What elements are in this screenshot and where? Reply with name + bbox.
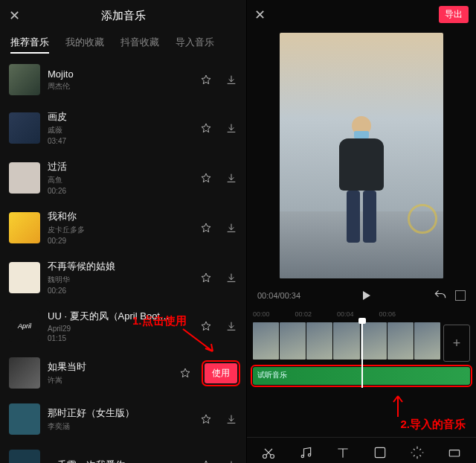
preview-area xyxy=(247,29,476,282)
svg-rect-5 xyxy=(449,450,459,456)
track-meta: UU · 夏天的风（April Boot…April2901:15 xyxy=(48,310,200,342)
track-cover xyxy=(9,403,40,435)
fullscreen-icon[interactable] xyxy=(455,290,466,301)
track-cover: April xyxy=(9,310,40,342)
video-clip[interactable] xyxy=(253,322,440,360)
download-icon[interactable] xyxy=(225,74,237,86)
download-icon[interactable] xyxy=(225,272,237,284)
tab-recommended[interactable]: 推荐音乐 xyxy=(10,36,49,54)
track-meta: 过活高鱼00:26 xyxy=(48,160,200,195)
download-icon[interactable] xyxy=(225,222,237,234)
track-artist: 戚薇 xyxy=(48,125,200,135)
timeline[interactable]: + 试听音乐 xyxy=(247,319,476,388)
undo-icon[interactable] xyxy=(433,288,448,303)
tab-douyin-fav[interactable]: 抖音收藏 xyxy=(120,36,159,54)
track-cover xyxy=(9,357,40,389)
download-icon[interactable] xyxy=(225,459,237,463)
download-icon[interactable] xyxy=(225,320,237,332)
music-icon[interactable] xyxy=(298,445,313,460)
track-cover xyxy=(9,212,40,243)
track-cover xyxy=(9,262,40,293)
cut-icon[interactable] xyxy=(261,445,276,460)
music-tabs: 推荐音乐 我的收藏 抖音收藏 导入音乐 xyxy=(0,31,246,57)
playhead[interactable] xyxy=(361,319,363,388)
track-row[interactable]: 过活高鱼00:26 xyxy=(0,153,246,202)
tab-import[interactable]: 导入音乐 xyxy=(176,36,214,54)
track-title: Mojito xyxy=(48,68,200,80)
add-clip-button[interactable]: + xyxy=(443,325,470,362)
svg-rect-4 xyxy=(375,447,385,457)
editor-header: ✕ 导出 xyxy=(247,0,476,29)
download-icon[interactable] xyxy=(225,413,237,425)
music-panel: ✕ 添加音乐 推荐音乐 我的收藏 抖音收藏 导入音乐 Mojito周杰伦画皮戚薇… xyxy=(0,0,247,463)
track-duration: 03:47 xyxy=(48,137,200,145)
panel-title: 添加音乐 xyxy=(22,9,224,23)
time-display: 00:04/00:34 xyxy=(257,291,300,300)
track-title: 过活 xyxy=(48,160,200,173)
video-preview[interactable] xyxy=(280,33,443,278)
track-cover xyxy=(9,64,40,95)
star-icon[interactable] xyxy=(200,459,212,463)
track-row[interactable]: 那时正好（女生版）李奕涵 xyxy=(0,396,246,442)
track-artist: April29 xyxy=(48,325,200,333)
star-icon[interactable] xyxy=(179,367,191,379)
track-duration: 00:29 xyxy=(48,237,200,245)
track-row[interactable]: 我和你皮卡丘多多00:29 xyxy=(0,202,246,252)
track-artist: 魏明华 xyxy=(48,275,200,285)
track-row[interactable]: 不再等候的姑娘魏明华00:26 xyxy=(0,252,246,302)
playback-bar: 00:04/00:34 xyxy=(247,282,476,309)
star-icon[interactable] xyxy=(200,320,212,332)
text-icon[interactable] xyxy=(335,445,350,460)
star-icon[interactable] xyxy=(200,413,212,425)
track-title: 一千零一次我爱你 xyxy=(48,459,200,463)
track-title: 那时正好（女生版） xyxy=(48,406,200,420)
sticker-icon[interactable] xyxy=(373,445,387,460)
star-icon[interactable] xyxy=(200,222,212,234)
track-row[interactable]: AprilUU · 夏天的风（April Boot…April2901:15 xyxy=(0,302,246,350)
track-meta: Mojito周杰伦 xyxy=(48,68,200,92)
star-icon[interactable] xyxy=(200,272,212,284)
download-icon[interactable] xyxy=(225,172,237,184)
track-title: 不再等候的姑娘 xyxy=(48,260,200,273)
bottom-toolbar xyxy=(247,437,476,463)
tab-favorites[interactable]: 我的收藏 xyxy=(65,36,104,54)
track-cover xyxy=(9,450,40,463)
back-icon[interactable]: ✕ xyxy=(254,7,268,23)
track-duration: 00:26 xyxy=(48,287,200,295)
close-icon[interactable]: ✕ xyxy=(9,7,22,24)
track-title: 我和你 xyxy=(48,210,200,223)
more-icon[interactable] xyxy=(447,445,462,460)
track-title: 如果当时 xyxy=(48,360,179,374)
track-list: Mojito周杰伦画皮戚薇03:47过活高鱼00:26我和你皮卡丘多多00:29… xyxy=(0,57,246,463)
star-icon[interactable] xyxy=(200,122,212,134)
star-icon[interactable] xyxy=(200,74,212,86)
track-meta: 我和你皮卡丘多多00:29 xyxy=(48,210,200,245)
track-row[interactable]: 画皮戚薇03:47 xyxy=(0,103,246,153)
track-row[interactable]: 一千零一次我爱你 xyxy=(0,442,246,463)
track-title: 画皮 xyxy=(48,110,200,124)
track-title: UU · 夏天的风（April Boot… xyxy=(48,310,200,323)
export-button[interactable]: 导出 xyxy=(439,6,469,23)
svg-point-2 xyxy=(301,455,303,457)
track-meta: 那时正好（女生版）李奕涵 xyxy=(48,406,200,432)
track-artist: 皮卡丘多多 xyxy=(48,225,200,235)
track-meta: 画皮戚薇03:47 xyxy=(48,110,200,145)
svg-point-3 xyxy=(308,454,310,456)
use-button[interactable]: 使用 xyxy=(205,363,237,383)
download-icon[interactable] xyxy=(225,122,237,134)
editor-panel: ✕ 导出 00:04/00:34 00:00 00:02 00:04 00:06 xyxy=(247,0,476,463)
track-duration: 00:26 xyxy=(48,187,200,195)
track-duration: 01:15 xyxy=(48,334,200,342)
star-icon[interactable] xyxy=(200,172,212,184)
track-cover xyxy=(9,112,40,144)
track-row[interactable]: Mojito周杰伦 xyxy=(0,57,246,103)
track-cover xyxy=(9,162,40,194)
track-meta: 如果当时许嵩 xyxy=(48,360,179,386)
music-header: ✕ 添加音乐 xyxy=(0,0,246,31)
effects-icon[interactable] xyxy=(410,445,425,460)
play-icon[interactable] xyxy=(363,291,370,300)
track-meta: 一千零一次我爱你 xyxy=(48,459,200,463)
track-artist: 高鱼 xyxy=(48,175,200,185)
track-meta: 不再等候的姑娘魏明华00:26 xyxy=(48,260,200,295)
track-row[interactable]: 如果当时许嵩使用 xyxy=(0,350,246,396)
